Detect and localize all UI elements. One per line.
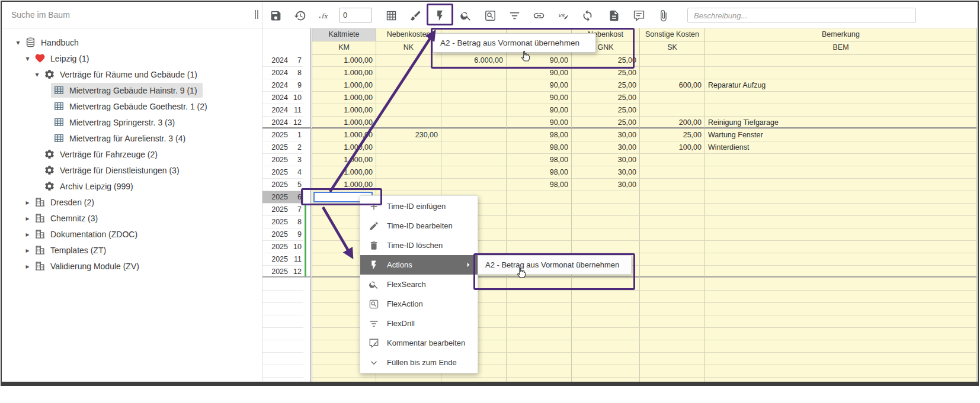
menu-item-time-id-loeschen[interactable]: Time-ID löschen	[360, 236, 478, 255]
tree-item-body[interactable]: Verträge für Räume und Gebäude (1)	[41, 67, 203, 82]
cell-gnk[interactable]	[572, 216, 640, 228]
row-month[interactable]: 3	[292, 154, 303, 166]
cell-col4[interactable]: 90,00	[507, 117, 572, 129]
tree-item-body[interactable]: Mietvertrag für Aurelienstr. 3 (4)	[51, 131, 191, 146]
cell-nk[interactable]	[376, 92, 441, 104]
cell-bem[interactable]	[705, 92, 977, 104]
cell-bem[interactable]	[705, 315, 977, 328]
cell-gnk[interactable]	[572, 328, 640, 340]
tree-item[interactable]: ▸Dresden (2)	[2, 194, 262, 210]
cell-bem[interactable]: Reinigung Tiefgarage	[705, 117, 977, 129]
tree-search-input[interactable]	[11, 10, 201, 20]
menu-item-time-id-bearbeiten[interactable]: Time-ID bearbeiten	[360, 216, 478, 236]
attachment-button[interactable]	[651, 5, 675, 26]
cell-bem[interactable]	[705, 166, 977, 179]
tree-item-body[interactable]: Mietvertrag Gebäude Hainstr. 9 (1)	[51, 83, 203, 98]
menu-item-time-id-einfuegen[interactable]: Time-ID einfügen	[360, 196, 478, 216]
cell-gnk[interactable]: 25,00	[572, 79, 640, 92]
cell-km[interactable]: 1.000,00	[312, 54, 376, 67]
cell-sk[interactable]	[640, 278, 705, 291]
cell-sk[interactable]: 200,00	[640, 117, 705, 129]
row-year[interactable]: 2025	[262, 129, 292, 141]
cell-col3[interactable]	[441, 92, 507, 104]
cell-bem[interactable]	[705, 303, 977, 315]
caret-right-icon[interactable]: ▸	[23, 246, 32, 254]
cell-col4[interactable]: 90,00	[507, 79, 572, 92]
cell-bem[interactable]	[705, 291, 977, 303]
cell-col4[interactable]	[507, 365, 572, 378]
row-month[interactable]: 8	[292, 216, 303, 228]
cell-col4[interactable]: 98,00	[507, 166, 572, 179]
tree-item-body[interactable]: Chemnitz (3)	[32, 211, 103, 225]
cell-nk[interactable]	[376, 117, 441, 129]
row-year[interactable]: 2024	[262, 117, 292, 129]
comment-button[interactable]	[627, 5, 651, 26]
cell-sk[interactable]	[640, 315, 705, 328]
cell-sk[interactable]	[640, 104, 705, 117]
cell-col3[interactable]	[441, 154, 507, 166]
splitter-handle[interactable]	[255, 10, 258, 19]
cell-bem[interactable]	[705, 104, 977, 117]
cell-sk[interactable]	[640, 92, 705, 104]
value-input[interactable]	[339, 8, 372, 22]
link-button[interactable]	[527, 5, 550, 26]
cell-gnk[interactable]	[572, 315, 640, 328]
cell-bem[interactable]	[705, 179, 977, 191]
menu-item-fuellen-bis-zum-ende[interactable]: Füllen bis zum Ende	[360, 353, 478, 372]
cell-sk[interactable]	[640, 228, 705, 241]
tree-item[interactable]: ▸Dokumentation (ZDOC)	[2, 226, 262, 242]
caret-right-icon[interactable]: ▸	[23, 262, 32, 270]
row-month[interactable]: 11	[292, 104, 303, 117]
tree-item[interactable]: Verträge für Dienstleistungen (3)	[2, 162, 262, 178]
row-month[interactable]: 2	[292, 141, 303, 154]
cell-bem[interactable]	[705, 328, 977, 340]
row-month[interactable]: 12	[292, 117, 303, 129]
row-month[interactable]: 5	[292, 179, 303, 191]
cell-col4[interactable]: 90,00	[507, 104, 572, 117]
cell-gnk[interactable]: 25,00	[572, 117, 640, 129]
cell-col4[interactable]: 98,00	[507, 154, 572, 166]
cell-sk[interactable]	[640, 191, 705, 204]
cell-nk[interactable]	[376, 54, 441, 67]
row-month[interactable]: 11	[292, 253, 303, 266]
cell-sk[interactable]: 600,00	[640, 79, 705, 92]
column-header-bem[interactable]: Bemerkung	[705, 28, 977, 41]
cell-nk[interactable]	[376, 79, 441, 92]
cell-col3[interactable]	[441, 67, 507, 79]
cell-bem[interactable]	[705, 204, 977, 216]
cell-sk[interactable]	[640, 340, 705, 353]
cell-bem[interactable]: Reparatur Aufzug	[705, 79, 977, 92]
document-button[interactable]	[602, 5, 626, 26]
cell-gnk[interactable]: 25,00	[572, 54, 640, 67]
cell-col3[interactable]	[441, 79, 507, 92]
cell-nk[interactable]	[376, 166, 441, 179]
cell-sk[interactable]	[640, 303, 705, 315]
tree-item-body[interactable]: Verträge für Fahrzeuge (2)	[41, 147, 163, 162]
tree-item-body[interactable]: Handbuch	[23, 35, 84, 50]
cell-gnk[interactable]: 25,00	[572, 92, 640, 104]
row-year[interactable]: 2025	[262, 141, 292, 154]
cell-sk[interactable]	[640, 154, 705, 166]
flexdrill-button[interactable]	[502, 5, 526, 26]
cell-col3[interactable]: 6.000,00	[441, 54, 507, 67]
cell-sk[interactable]	[640, 216, 705, 228]
row-month[interactable]: 9	[292, 79, 303, 92]
cell-sk[interactable]	[640, 291, 705, 303]
cell-gnk[interactable]	[572, 378, 640, 382]
cell-gnk[interactable]	[572, 291, 640, 303]
cell-nk[interactable]: 230,00	[376, 129, 441, 141]
cell-km[interactable]: 1.000,00	[312, 117, 376, 129]
tree-item-body[interactable]: Archiv Leipzig (999)	[41, 179, 139, 194]
row-year[interactable]: 2025	[262, 154, 292, 166]
cell-km[interactable]: 1.000,00	[312, 79, 376, 92]
tree-item[interactable]: Mietvertrag Springerstr. 3 (3)	[2, 114, 262, 130]
tree-item-body[interactable]: Mietvertrag Springerstr. 3 (3)	[51, 115, 180, 130]
row-year[interactable]: 2024	[262, 67, 292, 79]
flexsearch-button[interactable]	[454, 5, 478, 26]
cell-sk[interactable]: 100,00	[640, 141, 705, 154]
column-code-km[interactable]: KM	[312, 41, 376, 54]
column-header-nk[interactable]: Nebenkosten	[376, 28, 441, 41]
tree-item-body[interactable]: Validierung Module (ZV)	[32, 259, 145, 273]
cell-bem[interactable]	[705, 340, 977, 353]
tree-item-body[interactable]: Verträge für Dienstleistungen (3)	[41, 163, 185, 178]
